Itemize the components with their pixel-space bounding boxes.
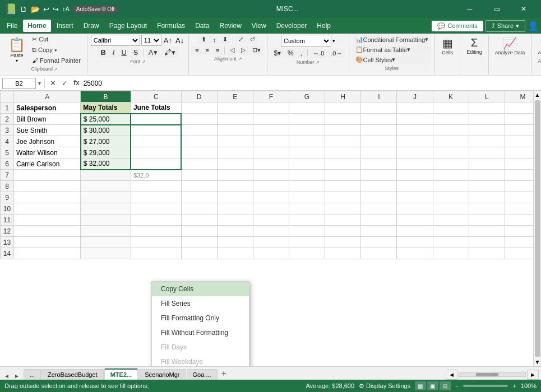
cell-A7[interactable] — [14, 170, 81, 181]
cell-K3[interactable] — [433, 125, 469, 136]
cell-A1[interactable]: Salesperson — [14, 102, 81, 114]
bold-button[interactable]: B — [98, 47, 108, 58]
cell-C3[interactable] — [131, 125, 181, 136]
cell-B2[interactable]: $ 25,000 — [81, 114, 131, 125]
cell-I3[interactable] — [361, 125, 397, 136]
text-angle-button[interactable]: ⤢ — [235, 35, 246, 44]
cell-I5[interactable] — [361, 147, 397, 158]
align-bottom-button[interactable]: ⬇ — [220, 35, 230, 44]
cell-F3[interactable] — [253, 125, 289, 136]
cell-D4[interactable] — [181, 136, 217, 147]
cell-B8[interactable] — [81, 181, 131, 192]
cell-K6[interactable] — [433, 158, 469, 170]
formula-input[interactable] — [84, 80, 539, 87]
cell-B14[interactable] — [81, 248, 131, 259]
minimize-button[interactable]: ─ — [457, 0, 483, 18]
cell-C4[interactable] — [131, 136, 181, 147]
cell-E3[interactable] — [217, 125, 253, 136]
number-format-select[interactable]: Custom — [281, 35, 331, 47]
cell-G1[interactable] — [289, 102, 325, 114]
cell-J5[interactable] — [397, 147, 433, 158]
col-header-C[interactable]: C — [131, 91, 181, 102]
horizontal-scrollbar[interactable] — [459, 372, 526, 377]
cell-J2[interactable] — [397, 114, 433, 125]
cell-F2[interactable] — [253, 114, 289, 125]
cell-L2[interactable] — [469, 114, 505, 125]
cell-B11[interactable] — [81, 214, 131, 226]
cells-button[interactable]: ▦ Cells — [438, 35, 456, 57]
cell-H7[interactable] — [325, 170, 361, 181]
restore-button[interactable]: ▭ — [484, 0, 510, 18]
cell-B4[interactable]: $ 27,000 — [81, 136, 131, 147]
autosave-toggle[interactable]: AutoSave Off — [73, 6, 118, 13]
menu-view[interactable]: View — [247, 20, 271, 32]
hscroll-right-button[interactable]: ► — [527, 370, 539, 380]
font-size-select[interactable]: 11 — [141, 35, 161, 46]
cell-G4[interactable] — [289, 136, 325, 147]
cell-A3[interactable]: Sue Smith — [14, 125, 81, 136]
tab-ellipsis[interactable]: ... — [24, 369, 41, 380]
cell-F4[interactable] — [253, 136, 289, 147]
context-menu-item-copy-cells[interactable]: Copy Cells — [152, 282, 249, 296]
cell-B5[interactable]: $ 29,000 — [81, 147, 131, 158]
scroll-thumb[interactable] — [535, 100, 540, 357]
cell-L4[interactable] — [469, 136, 505, 147]
col-header-J[interactable]: J — [397, 91, 433, 102]
cell-H2[interactable] — [325, 114, 361, 125]
col-header-A[interactable]: A — [14, 91, 81, 102]
cell-I4[interactable] — [361, 136, 397, 147]
cell-C2[interactable] — [131, 114, 181, 125]
decrease-decimal-button[interactable]: ←.0 — [310, 49, 327, 58]
format-table-button[interactable]: 📋 Format as Table ▾ — [353, 45, 432, 54]
cell-E4[interactable] — [217, 136, 253, 147]
paste-button[interactable]: 📋 Paste ▾ — [6, 35, 28, 65]
cell-I7[interactable] — [361, 170, 397, 181]
cell-G3[interactable] — [289, 125, 325, 136]
hscroll-left-button[interactable]: ◄ — [446, 370, 457, 380]
underline-button[interactable]: U — [118, 47, 129, 58]
font-family-select[interactable]: Calibri — [91, 35, 140, 46]
menu-review[interactable]: Review — [215, 20, 246, 32]
context-menu-item-fill-formatting-only[interactable]: Fill Formatting Only — [152, 311, 249, 325]
cell-K7[interactable] — [433, 170, 469, 181]
sort-icon[interactable]: ↕A — [62, 6, 70, 12]
tab-mte2[interactable]: MTE2... — [104, 368, 138, 380]
cell-E1[interactable] — [217, 102, 253, 114]
scroll-up-button[interactable]: ▲ — [534, 91, 541, 99]
highlight-color-button[interactable]: 🖍▾ — [161, 47, 178, 58]
increase-decimal-button[interactable]: .0→ — [328, 49, 345, 58]
zoom-in-button[interactable]: + — [512, 382, 516, 389]
cell-G2[interactable] — [289, 114, 325, 125]
close-button[interactable]: ✕ — [511, 0, 537, 18]
cell-B9[interactable] — [81, 192, 131, 203]
cell-C8[interactable] — [131, 181, 181, 192]
cell-J4[interactable] — [397, 136, 433, 147]
comma-button[interactable]: , — [298, 48, 305, 58]
cell-J1[interactable] — [397, 102, 433, 114]
cell-D5[interactable] — [181, 147, 217, 158]
cell-C1[interactable]: June Totals — [131, 102, 181, 114]
cell-L7[interactable] — [469, 170, 505, 181]
increase-font-icon[interactable]: A↑ — [163, 35, 173, 46]
cell-J3[interactable] — [397, 125, 433, 136]
merge-center-button[interactable]: ⊡▾ — [249, 45, 263, 55]
cell-I6[interactable] — [361, 158, 397, 170]
tab-goa[interactable]: Goa ... — [187, 369, 218, 380]
align-right-button[interactable]: ≡ — [213, 46, 222, 55]
cell-C5[interactable] — [131, 147, 181, 158]
menu-developer[interactable]: Developer — [272, 20, 312, 32]
zoom-out-button[interactable]: − — [455, 382, 459, 389]
cell-H4[interactable] — [325, 136, 361, 147]
menu-draw[interactable]: Draw — [79, 20, 104, 32]
vertical-scrollbar[interactable]: ▲ ▼ — [533, 91, 541, 366]
share-button[interactable]: ⤴ Share ▾ — [485, 20, 525, 32]
analyze-data-button[interactable]: 📈 Analyze Data — [492, 35, 528, 57]
menu-help[interactable]: Help — [312, 20, 335, 32]
italic-button[interactable]: I — [110, 47, 118, 58]
cell-K2[interactable] — [433, 114, 469, 125]
menu-data[interactable]: Data — [191, 20, 214, 32]
cell-H1[interactable] — [325, 102, 361, 114]
col-header-D[interactable]: D — [181, 91, 217, 102]
cell-H3[interactable] — [325, 125, 361, 136]
cell-A12[interactable] — [14, 226, 81, 237]
